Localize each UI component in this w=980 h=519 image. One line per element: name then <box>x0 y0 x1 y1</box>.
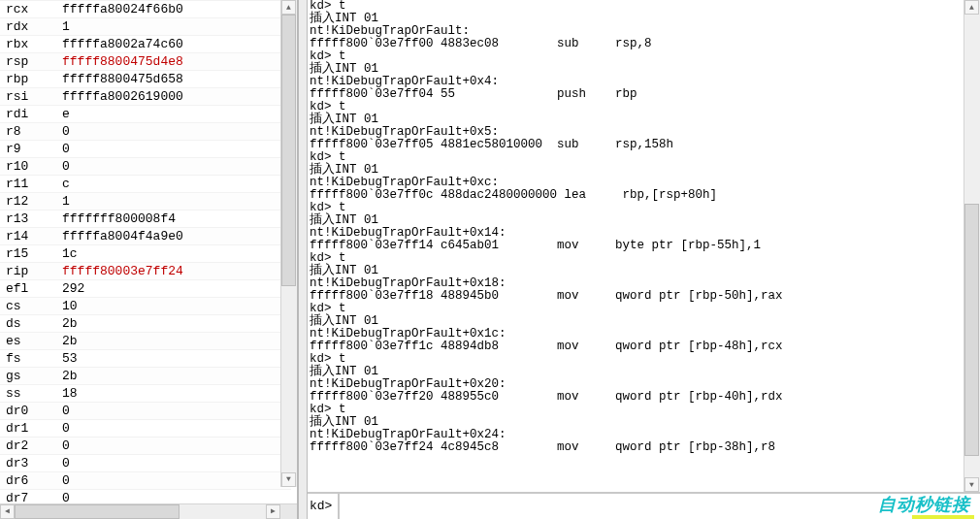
register-row[interactable]: ripfffff80003e7ff24 <box>0 263 291 280</box>
register-row[interactable]: ss18 <box>0 385 291 403</box>
scroll-right-button[interactable]: ▶ <box>266 504 280 519</box>
register-value[interactable]: 2b <box>58 333 291 350</box>
scroll-down-button[interactable]: ▼ <box>964 477 979 492</box>
register-name: r13 <box>0 211 58 228</box>
command-output[interactable]: kd> t插入INT 01nt!KiDebugTrapOrFault:fffff… <box>308 0 980 492</box>
register-row[interactable]: r14fffffa8004f4a9e0 <box>0 228 291 245</box>
scroll-down-button[interactable]: ▼ <box>281 472 296 487</box>
register-row[interactable]: rspfffff8800475d4e8 <box>0 53 291 71</box>
scroll-thumb[interactable] <box>15 504 180 519</box>
register-value[interactable]: fffff8800475d658 <box>58 71 291 88</box>
register-row[interactable]: fs53 <box>0 350 291 368</box>
output-line: fffff800`03e7ff1c 48894db8 mov qword ptr… <box>310 341 978 353</box>
triangle-down-icon: ▼ <box>969 481 974 489</box>
register-value[interactable]: 0 <box>58 490 291 503</box>
register-value[interactable]: 10 <box>58 298 291 315</box>
register-name: r9 <box>0 141 58 158</box>
register-row[interactable]: gs2b <box>0 368 291 385</box>
output-line: fffff800`03e7ff18 488945b0 mov qword ptr… <box>310 290 978 303</box>
register-value[interactable]: 1 <box>58 193 291 211</box>
register-row[interactable]: r121 <box>0 193 291 211</box>
register-row[interactable]: dr20 <box>0 438 291 455</box>
register-row[interactable]: r80 <box>0 123 291 141</box>
scroll-thumb[interactable] <box>281 15 296 286</box>
register-value[interactable]: fffff80003e7ff24 <box>58 263 291 280</box>
register-row[interactable]: rbxfffffa8002a74c60 <box>0 36 291 53</box>
register-value[interactable]: 53 <box>58 350 291 368</box>
register-value[interactable]: 0 <box>58 438 291 455</box>
register-row[interactable]: dr10 <box>0 420 291 438</box>
register-row[interactable]: dr70 <box>0 490 291 503</box>
output-line: fffff800`03e7ff24 4c8945c8 mov qword ptr… <box>310 441 978 454</box>
scroll-up-button[interactable]: ▲ <box>964 0 979 15</box>
pane-splitter[interactable] <box>299 0 307 519</box>
register-row[interactable]: cs10 <box>0 298 291 315</box>
register-value[interactable]: 1 <box>58 18 291 36</box>
register-row[interactable]: dr60 <box>0 472 291 490</box>
register-value[interactable]: 0 <box>58 472 291 490</box>
output-line: kd> t <box>310 353 978 366</box>
register-row[interactable]: rbpfffff8800475d658 <box>0 71 291 88</box>
register-row[interactable]: r100 <box>0 158 291 176</box>
register-name: dr7 <box>0 490 58 503</box>
output-line: kd> t <box>310 50 978 63</box>
register-name: gs <box>0 368 58 385</box>
register-name: r15 <box>0 245 58 263</box>
scroll-corner <box>280 504 297 519</box>
register-value[interactable]: fffffa8002619000 <box>58 88 291 106</box>
register-value[interactable]: c <box>58 176 291 193</box>
register-row[interactable]: ds2b <box>0 315 291 333</box>
register-name: fs <box>0 350 58 368</box>
register-row[interactable]: rdx1 <box>0 18 291 36</box>
output-line: kd> t <box>310 202 978 214</box>
register-value[interactable]: 292 <box>58 280 291 298</box>
register-value[interactable]: 0 <box>58 420 291 438</box>
register-row[interactable]: r90 <box>0 141 291 158</box>
register-name: dr0 <box>0 403 58 420</box>
register-row[interactable]: rcxfffffa80024f66b0 <box>0 1 291 18</box>
register-name: es <box>0 333 58 350</box>
register-name: efl <box>0 280 58 298</box>
register-name: ds <box>0 315 58 333</box>
register-row[interactable]: dr30 <box>0 455 291 472</box>
register-name: rdx <box>0 18 58 36</box>
scroll-left-button[interactable]: ◀ <box>0 504 15 519</box>
register-value[interactable]: 0 <box>58 123 291 141</box>
registers-horizontal-scrollbar[interactable]: ◀ ▶ <box>0 503 297 519</box>
register-row[interactable]: rsifffffa8002619000 <box>0 88 291 106</box>
register-value[interactable]: fffffff800008f4 <box>58 211 291 228</box>
register-value[interactable]: 2b <box>58 368 291 385</box>
register-value[interactable]: 0 <box>58 158 291 176</box>
output-line: kd> t <box>310 0 978 13</box>
register-value[interactable]: 1c <box>58 245 291 263</box>
register-value[interactable]: fffffa80024f66b0 <box>58 1 291 18</box>
register-value[interactable]: 18 <box>58 385 291 403</box>
register-row[interactable]: r11c <box>0 176 291 193</box>
register-name: r12 <box>0 193 58 211</box>
register-name: r10 <box>0 158 58 176</box>
register-name: rcx <box>0 1 58 18</box>
register-row[interactable]: dr00 <box>0 403 291 420</box>
register-value[interactable]: 0 <box>58 141 291 158</box>
registers-vertical-scrollbar[interactable]: ▲ ▼ <box>280 0 297 487</box>
register-value[interactable]: 2b <box>58 315 291 333</box>
command-input[interactable] <box>340 494 980 519</box>
register-value[interactable]: e <box>58 106 291 123</box>
register-value[interactable]: fffffa8002a74c60 <box>58 36 291 53</box>
register-name: dr1 <box>0 420 58 438</box>
register-value[interactable]: fffff8800475d4e8 <box>58 53 291 71</box>
register-name: dr6 <box>0 472 58 490</box>
register-row[interactable]: es2b <box>0 333 291 350</box>
register-name: rsi <box>0 88 58 106</box>
register-row[interactable]: rdie <box>0 106 291 123</box>
scroll-up-button[interactable]: ▲ <box>281 0 296 15</box>
register-row[interactable]: efl292 <box>0 280 291 298</box>
register-value[interactable]: 0 <box>58 403 291 420</box>
command-vertical-scrollbar[interactable]: ▲ ▼ <box>964 0 980 492</box>
register-row[interactable]: r151c <box>0 245 291 263</box>
register-name: rdi <box>0 106 58 123</box>
register-row[interactable]: r13fffffff800008f4 <box>0 211 291 228</box>
scroll-thumb[interactable] <box>964 204 979 456</box>
register-value[interactable]: 0 <box>58 455 291 472</box>
register-value[interactable]: fffffa8004f4a9e0 <box>58 228 291 245</box>
